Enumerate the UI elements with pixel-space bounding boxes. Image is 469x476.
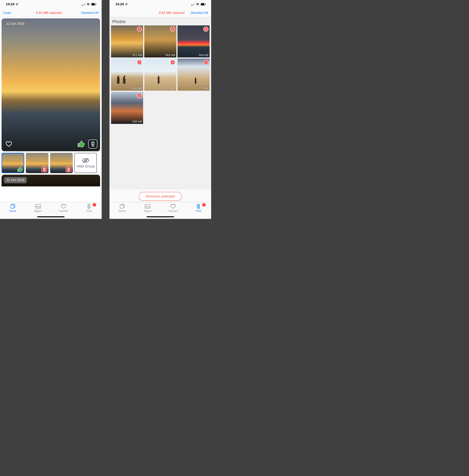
thumb-2[interactable] [26,153,49,173]
section-header: Photos [109,17,211,25]
thumbnail-strip: Hide Group [0,151,102,175]
phone-similar-screen: 14:24 Undo 6.92 MB selected Deselect All… [0,0,102,219]
wifi-icon [196,3,200,6]
thumb-trash-icon [66,166,71,172]
status-bar: 14:24 [109,0,211,9]
check-icon [203,60,208,65]
cellular-icon [192,3,195,6]
hide-group-label: Hide Group [77,164,95,168]
thumb-keep-icon [17,166,23,172]
thumb-3[interactable] [50,153,73,173]
status-time: 14:24 [115,2,124,6]
tab-label: Trash [76,210,102,213]
grid-cell[interactable]: 1.65 MB [111,59,143,91]
svg-rect-4 [66,167,71,172]
check-icon [170,27,175,32]
phone-trash-screen: 14:24 6.92 MB selected Deselect All Phot… [109,0,211,219]
tab-trash[interactable]: Trash 7 [186,203,211,219]
battery-icon [91,3,97,6]
tab-label: Biggest [25,210,51,213]
main-photo[interactable]: 12 Oct 2019 [1,18,100,151]
svg-rect-7 [11,205,14,208]
tab-label: Favorites [51,210,76,213]
trash-badge: 7 [93,203,96,207]
svg-rect-1 [92,3,95,5]
tab-label: Favorites [160,210,186,213]
file-size: 554 KB [199,53,208,57]
remove-bar: Remove selected [109,189,211,202]
grid-cell[interactable]: 1.22 MB [144,59,176,91]
file-size: 1.22 MB [164,87,175,90]
keep-button[interactable] [77,140,86,148]
battery-icon [201,3,206,6]
cellular-icon [82,3,85,6]
grid-cell[interactable]: 311 KB [111,25,143,57]
file-size: 1.7 MB [199,87,208,90]
svg-rect-12 [120,205,123,208]
tab-label: Trash [186,210,211,213]
thumb-trash-icon [41,166,47,172]
check-icon [137,60,142,65]
date-chip: 12 Oct 2019 [4,177,27,183]
favorite-button[interactable] [4,140,13,148]
hide-group-button[interactable]: Hide Group [74,153,97,173]
svg-rect-10 [201,3,204,5]
location-icon [125,3,128,6]
status-time: 14:24 [6,2,14,6]
nav-header: Undo 6.92 MB selected Deselect All [0,9,102,17]
tab-label: Similar [109,210,135,213]
home-indicator[interactable] [147,216,174,217]
nav-header: 6.92 MB selected Deselect All [109,9,211,17]
check-icon [137,93,142,98]
undo-button[interactable]: Undo [3,11,21,15]
eye-slash-icon [82,158,89,163]
trash-icon [87,204,91,209]
trash-grid: 311 KB 952 KB 554 KB 1.65 MB 1.22 MB [109,25,211,124]
file-size: 311 KB [132,53,142,57]
thumb-1[interactable] [1,153,24,173]
trash-badge: 7 [202,203,206,207]
file-size: 539 KB [132,120,142,123]
location-icon [16,3,18,6]
next-group-photo[interactable]: 12 Oct 2019 [1,175,100,186]
tab-label: Similar [0,210,25,213]
file-size: 1.65 MB [131,87,142,90]
selection-size: 6.92 MB selected [21,11,77,15]
grid-cell[interactable]: 554 KB [178,25,210,57]
similar-icon [10,204,16,209]
similar-icon [119,204,125,209]
grid-cell[interactable]: 952 KB [144,25,176,57]
svg-rect-11 [205,4,206,5]
date-chip: 12 Oct 2019 [4,21,27,27]
home-indicator[interactable] [37,216,65,217]
trash-scroll[interactable]: Photos 311 KB 952 KB 554 KB 1.65 MB [109,17,211,189]
status-bar: 14:24 [0,0,102,9]
trash-button[interactable] [88,140,97,148]
trash-icon [196,204,201,209]
grid-cell[interactable]: 539 KB [111,92,143,124]
selection-size: 6.92 MB selected [130,11,186,15]
deselect-button[interactable]: Deselect All [77,11,99,15]
tab-trash[interactable]: Trash 7 [76,203,102,219]
similar-scroll[interactable]: 12 Oct 2019 [0,17,102,202]
remove-selected-button[interactable]: Remove selected [139,192,182,201]
favorites-icon [61,204,66,209]
tab-similar[interactable]: Similar [0,203,25,219]
wifi-icon [86,3,90,6]
tab-similar[interactable]: Similar [109,203,135,219]
file-size: 952 KB [166,53,175,57]
check-icon [203,27,208,32]
biggest-icon [145,204,151,209]
check-icon [170,60,175,65]
favorites-icon [170,204,176,209]
tab-label: Biggest [135,210,160,213]
deselect-button[interactable]: Deselect All [186,11,208,15]
grid-cell[interactable]: 1.7 MB [178,59,210,91]
svg-rect-2 [96,4,96,5]
biggest-icon [35,204,41,209]
check-icon [137,27,142,32]
svg-rect-3 [42,167,47,172]
